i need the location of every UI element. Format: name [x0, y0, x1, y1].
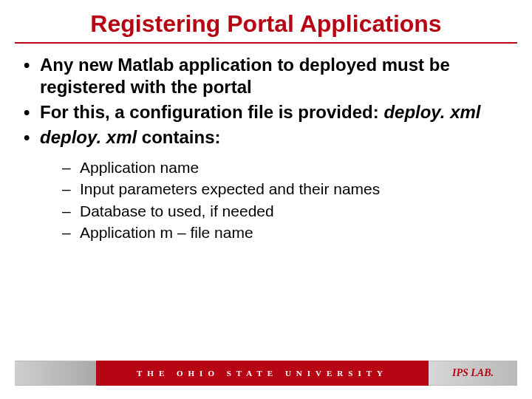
slide: Registering Portal Applications Any new … — [0, 0, 532, 399]
bullet-text: Any new Matlab application to deployed m… — [40, 55, 450, 97]
sub-bullet-item: Application m – file name — [61, 222, 511, 242]
sub-bullet-item: Application name — [61, 157, 511, 177]
bullet-italic: deploy. xml — [40, 127, 137, 147]
bullet-item: Any new Matlab application to deployed m… — [21, 54, 511, 98]
slide-title: Registering Portal Applications — [0, 0, 532, 42]
footer-lab: IPS LAB. — [429, 361, 517, 386]
footer-bar: THE OHIO STATE UNIVERSITY IPS LAB. — [15, 361, 517, 386]
content-area: Any new Matlab application to deployed m… — [0, 54, 532, 242]
sub-bullet-item: Input parameters expected and their name… — [61, 179, 511, 199]
bullet-text: For this, a configuration file is provid… — [40, 102, 383, 122]
bullet-item: For this, a configuration file is provid… — [21, 101, 511, 123]
main-bullet-list: Any new Matlab application to deployed m… — [21, 54, 511, 242]
bullet-item: deploy. xml contains: Application name I… — [21, 126, 511, 242]
title-underline — [15, 42, 517, 44]
sub-bullet-list: Application name Input parameters expect… — [61, 157, 511, 242]
bullet-italic: deploy. xml — [383, 102, 480, 122]
footer-logo-area — [15, 361, 96, 386]
bullet-text: contains: — [137, 127, 220, 147]
sub-bullet-item: Database to used, if needed — [61, 201, 511, 221]
footer-university: THE OHIO STATE UNIVERSITY — [96, 361, 429, 386]
